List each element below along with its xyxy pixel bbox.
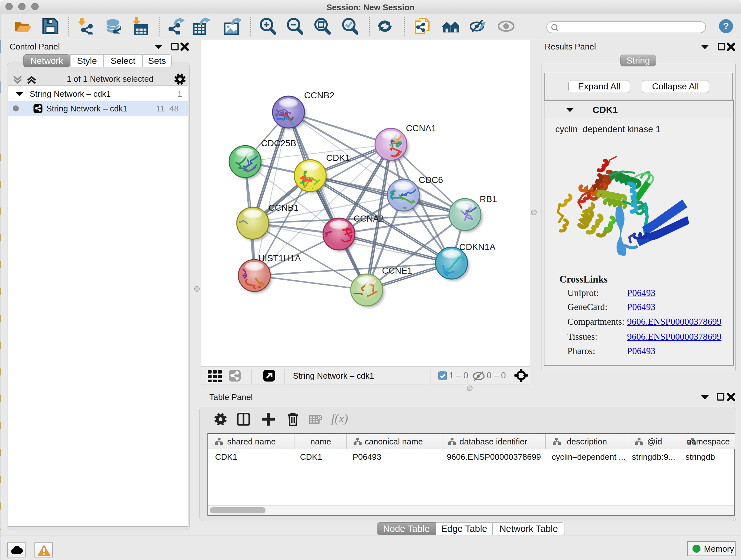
svg-text:HIST1H1A: HIST1H1A <box>258 253 301 263</box>
svg-text:CCNB2: CCNB2 <box>304 90 334 100</box>
svg-text:CDKN1A: CDKN1A <box>459 242 495 252</box>
svg-text:CCNA1: CCNA1 <box>406 123 436 133</box>
svg-text:CDK1: CDK1 <box>326 153 350 163</box>
svg-text:CCNB1: CCNB1 <box>268 203 299 212</box>
svg-text:RB1: RB1 <box>480 194 497 204</box>
svg-text:?: ? <box>723 21 729 31</box>
svg-text:CCNA2: CCNA2 <box>354 213 384 224</box>
svg-text:CDC6: CDC6 <box>419 175 443 185</box>
svg-text:CCNE1: CCNE1 <box>382 266 412 275</box>
svg-text:CDC25B: CDC25B <box>261 138 296 148</box>
